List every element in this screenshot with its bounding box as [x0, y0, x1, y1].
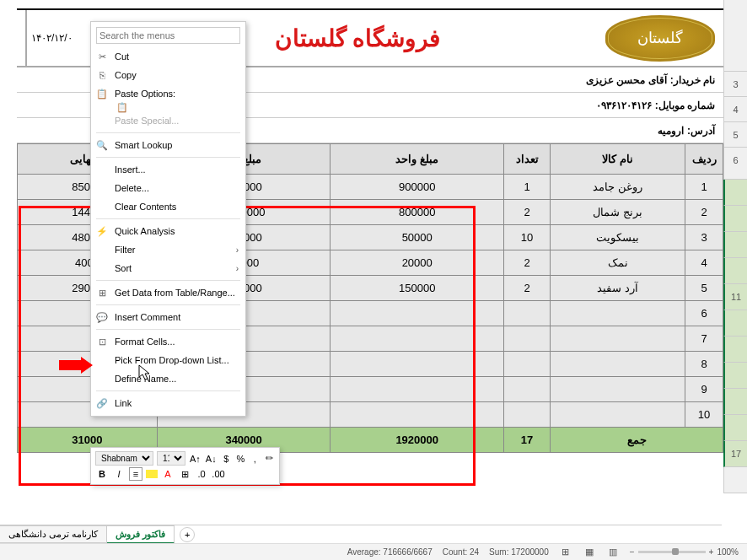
row-header[interactable]: 4	[723, 97, 747, 122]
context-menu[interactable]: ✂Cut ⎘Copy 📋Paste Options: 📋 Paste Speci…	[90, 21, 246, 417]
row-header[interactable]: 6	[723, 148, 747, 180]
cell-n[interactable]: 4	[685, 250, 723, 276]
menu-get-data[interactable]: ⊞Get Data from Table/Range...	[91, 283, 245, 302]
row-header[interactable]	[723, 467, 747, 493]
cell-n[interactable]: 10	[685, 402, 723, 428]
cell-n[interactable]: 5	[685, 276, 723, 301]
cell-name[interactable]	[551, 326, 685, 352]
italic-button[interactable]: I	[112, 467, 126, 481]
cell-unit[interactable]	[331, 326, 504, 352]
cell-n[interactable]: 9	[685, 377, 723, 402]
menu-filter[interactable]: Filter›	[91, 240, 245, 259]
border-button[interactable]: ⊞	[178, 467, 191, 481]
mini-toolbar[interactable]: Shabnam 11 A↑ A↓ $ % , ✏ B I ≡ A ⊞ .0 .0…	[90, 447, 280, 485]
menu-insert-comment[interactable]: 💬Insert Comment	[91, 308, 245, 326]
row-header[interactable]	[723, 310, 747, 337]
menu-search[interactable]	[96, 27, 240, 44]
menu-define-name[interactable]: Define Name...	[91, 369, 245, 388]
cell-unit[interactable]	[331, 352, 504, 377]
cell-n[interactable]: 7	[685, 326, 723, 352]
menu-clear[interactable]: Clear Contents	[91, 197, 245, 216]
row-header[interactable]	[723, 0, 747, 72]
tab-invoice[interactable]: فاکتور فروش	[106, 525, 175, 544]
cell-unit[interactable]: 800000	[331, 200, 504, 225]
menu-search-input[interactable]	[96, 27, 240, 44]
menu-insert[interactable]: Insert...	[91, 160, 245, 179]
cell-unit[interactable]	[331, 377, 504, 402]
menu-quick-analysis[interactable]: ⚡Quick Analysis	[91, 222, 245, 240]
cell-name[interactable]: آرد سفید	[551, 276, 685, 301]
cell-unit[interactable]	[331, 301, 504, 326]
menu-smart-lookup[interactable]: 🔍Smart Lookup	[91, 136, 245, 154]
row-header[interactable]	[723, 363, 747, 389]
cell-qty[interactable]	[504, 377, 551, 402]
row-header[interactable]: 3	[723, 72, 747, 97]
row-header[interactable]: 17	[723, 441, 747, 467]
format-painter-button[interactable]: ✏	[264, 452, 275, 466]
row-header[interactable]	[723, 415, 747, 441]
tab-transcript[interactable]: کارنامه ترمی دانشگاهی	[0, 525, 107, 543]
cell-n[interactable]: 2	[685, 200, 723, 225]
sheet-tabs[interactable]: + فاکتور فروش کارنامه ترمی دانشگاهی	[0, 525, 722, 543]
view-normal-button[interactable]: ⊞	[559, 546, 572, 559]
row-header[interactable]	[723, 232, 747, 258]
cell-qty[interactable]: 10	[504, 225, 551, 250]
row-header[interactable]	[723, 180, 747, 206]
decrease-decimal-button[interactable]: .0	[195, 467, 208, 481]
increase-decimal-button[interactable]: .00	[212, 467, 225, 481]
cell-n[interactable]: 3	[685, 225, 723, 250]
menu-copy[interactable]: ⎘Copy	[91, 66, 245, 84]
row-header[interactable]: 5	[723, 122, 747, 148]
view-break-button[interactable]: ▥	[606, 546, 620, 559]
menu-delete[interactable]: Delete...	[91, 179, 245, 197]
zoom-out-button[interactable]: −	[630, 547, 635, 557]
cell-qty[interactable]	[504, 326, 551, 352]
cell-unit[interactable]: 900000	[331, 175, 504, 200]
cell-name[interactable]	[551, 301, 685, 326]
cell-unit[interactable]: 150000	[331, 276, 504, 301]
align-button[interactable]: ≡	[129, 467, 142, 481]
cell-name[interactable]: بیسکویت	[551, 225, 685, 250]
percent-button[interactable]: %	[235, 452, 246, 466]
font-color-button[interactable]: A	[161, 467, 175, 481]
bold-button[interactable]: B	[95, 467, 109, 481]
view-layout-button[interactable]: ▦	[583, 546, 596, 559]
fill-color-button[interactable]	[146, 470, 158, 478]
menu-format-cells[interactable]: ⊡Format Cells...	[91, 332, 245, 351]
cell-qty[interactable]: 2	[504, 250, 551, 276]
cell-name[interactable]	[551, 377, 685, 402]
row-header[interactable]: 11	[723, 284, 747, 310]
cell-name[interactable]	[551, 352, 685, 377]
cell-n[interactable]: 6	[685, 301, 723, 326]
cell-qty[interactable]: 2	[504, 200, 551, 225]
cell-unit[interactable]: 20000	[331, 250, 504, 276]
cell-qty[interactable]: 1	[504, 175, 551, 200]
zoom-in-button[interactable]: +	[709, 547, 714, 557]
cell-qty[interactable]	[504, 402, 551, 428]
currency-button[interactable]: $	[221, 452, 232, 466]
menu-cut[interactable]: ✂Cut	[91, 47, 245, 66]
cell-n[interactable]: 8	[685, 352, 723, 377]
row-header[interactable]	[723, 258, 747, 284]
cell-qty[interactable]	[504, 352, 551, 377]
cell-name[interactable]: روغن جامد	[551, 175, 685, 200]
row-header[interactable]	[723, 389, 747, 415]
add-sheet-button[interactable]: +	[180, 527, 195, 542]
decrease-font-button[interactable]: A↓	[205, 452, 218, 466]
cell-unit[interactable]: 50000	[331, 225, 504, 250]
row-header[interactable]	[723, 206, 747, 232]
menu-sort[interactable]: Sort›	[91, 259, 245, 277]
comma-button[interactable]: ,	[250, 452, 261, 466]
cell-name[interactable]: نمک	[551, 250, 685, 276]
row-header[interactable]	[723, 337, 747, 363]
cell-unit[interactable]	[331, 402, 504, 428]
menu-pick-list[interactable]: Pick From Drop-down List...	[91, 351, 245, 369]
font-select[interactable]: Shabnam	[95, 451, 153, 466]
menu-link[interactable]: 🔗Link	[91, 394, 245, 412]
cell-name[interactable]	[551, 402, 685, 428]
cell-name[interactable]: برنج شمال	[551, 200, 685, 225]
font-size-select[interactable]: 11	[157, 451, 185, 466]
zoom-control[interactable]: − + 100%	[630, 547, 739, 557]
zoom-slider[interactable]	[638, 551, 706, 553]
increase-font-button[interactable]: A↑	[189, 452, 202, 466]
